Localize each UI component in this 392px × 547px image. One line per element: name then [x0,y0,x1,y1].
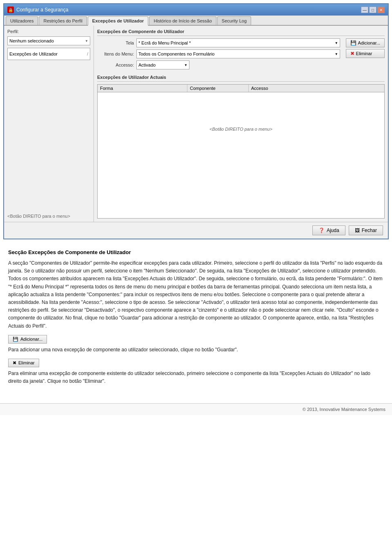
add-icon: 💾 [350,40,356,46]
main-content: Perfil: Nenhum seleccionado ▼ Excepções … [4,26,388,222]
perfil-select-value: Nenhum seleccionado [9,38,54,43]
page-footer: © 2013, Innovative Maintenance Systems [0,403,392,415]
window-title: Configurar a Segurança [16,7,68,13]
add-button-label: Adicionar... [358,40,380,45]
action-buttons: 💾 Adicionar... ✖ Eliminar [346,38,385,71]
help-add-row: 💾 Adicionar... [8,335,384,344]
close-button[interactable]: 🖼 Fechar [349,225,383,235]
help-add-description: Para adicionar uma nova excepção de comp… [8,346,384,354]
accesso-select-value: Activado [138,63,156,67]
th-forma: Forma [98,85,187,92]
bottom-bar: ❓ Ajuda 🖼 Fechar [4,222,388,239]
titlebar-left: 🔒 Configurar a Segurança [7,7,68,13]
help-remove-row: ✖ Eliminar [8,359,384,367]
tela-select[interactable]: * Ecrã do Menu Principal * ▼ [136,38,340,47]
actuais-group: Excepções de Utilizador Actuais Forma Co… [97,75,385,219]
help-add-icon: 💾 [13,337,18,342]
right-panel: Excepções de Componente do Utilizador Te… [94,26,388,222]
tab-historico[interactable]: Histórico de Início de Sessão [149,16,216,25]
excecoes-list-label: Excepções de Utilizador [9,51,58,56]
perfil-select[interactable]: Nenhum seleccionado ▼ [7,36,90,45]
excecoes-list-divider: / [87,51,88,56]
titlebar-controls: — □ ✕ [361,7,385,13]
accesso-select-arrow: ▼ [184,63,187,67]
perfil-label: Perfil: [7,29,90,34]
footer-text: © 2013, Innovative Maintenance Systems [303,407,385,412]
perfil-select-arrow: ▼ [85,39,88,43]
remove-button-label: Eliminar [356,51,372,56]
menu-select-arrow: ▼ [335,52,338,56]
app-icon: 🔒 [7,7,14,13]
help-title: Secção Excepções de Componente de Utiliz… [8,249,384,255]
menu-select-value: Todos os Componentes no Formulário [138,51,214,56]
tab-utilizadores[interactable]: Utilizadores [6,16,38,25]
tela-label: Tela [97,40,134,45]
remove-button[interactable]: ✖ Eliminar [346,49,385,58]
tela-row: Tela * Ecrã do Menu Principal * ▼ [97,38,340,47]
th-componente: Componente [187,85,249,92]
excecoes-list[interactable]: Excepções de Utilizador / [7,48,90,60]
help-remove-label: Eliminar [18,360,35,365]
actuais-group-title: Excepções de Utilizador Actuais [97,75,385,82]
help-button[interactable]: ❓ Ajuda [312,225,345,235]
minimize-button[interactable]: — [361,7,368,13]
close-button-label: Fechar [362,228,377,233]
table-body[interactable]: <Botão DIREITO para o menu> [98,92,384,166]
menu-select[interactable]: Todos os Componentes no Formulário ▼ [136,49,340,58]
left-panel: Perfil: Nenhum seleccionado ▼ Excepções … [4,26,94,222]
help-button-label: Ajuda [327,228,339,233]
help-add-label: Adicionar... [20,337,42,342]
tab-bar: Utilizadores Restrições do Perfil Excepç… [4,16,388,26]
help-paragraph1: A secção "Componentes de Utilizador" per… [8,259,384,330]
menu-label: Itens do Menu: [97,51,134,56]
close-icon: 🖼 [355,228,360,233]
remove-icon: ✖ [350,51,354,56]
tab-restricoes[interactable]: Restrições do Perfil [39,16,87,25]
group-box-title: Excepções de Componente do Utilizador [97,29,385,36]
table-header: Forma Componente Accesso [98,85,384,92]
help-icon: ❓ [318,228,325,233]
accesso-row: Accesso: Activado ▼ [97,60,340,69]
help-add-button[interactable]: 💾 Adicionar... [8,335,47,344]
menu-row: Itens do Menu: Todos os Componentes no F… [97,49,340,58]
tab-security-log[interactable]: Security Log [217,16,251,25]
tela-select-arrow: ▼ [335,41,338,45]
help-remove-description: Para eliminar uma excepção de componente… [8,370,384,385]
tela-select-value: * Ecrã do Menu Principal * [138,40,191,45]
help-remove-icon: ✖ [13,360,16,366]
table-context-label: <Botão DIREITO para o menu> [209,127,272,132]
accesso-label: Accesso: [97,63,134,67]
tab-excepcoes-utilizador[interactable]: Excepções de Utilizador [88,16,149,26]
titlebar: 🔒 Configurar a Segurança — □ ✕ [4,4,388,16]
close-window-button[interactable]: ✕ [377,7,385,13]
restore-button[interactable]: □ [369,7,376,13]
left-context-menu-label: <Botão DIREITO para o menu> [7,205,90,219]
component-exceptions-group: Excepções de Componente do Utilizador Te… [97,29,385,71]
main-window: 🔒 Configurar a Segurança — □ ✕ Utilizado… [3,3,389,239]
accesso-select[interactable]: Activado ▼ [136,60,189,69]
exceptions-table: Forma Componente Accesso <Botão DIREITO … [97,84,385,219]
add-button[interactable]: 💾 Adicionar... [346,38,385,47]
help-remove-button[interactable]: ✖ Eliminar [8,359,39,367]
help-section: Secção Excepções de Componente de Utiliz… [0,243,392,397]
th-accesso: Accesso [249,85,384,92]
